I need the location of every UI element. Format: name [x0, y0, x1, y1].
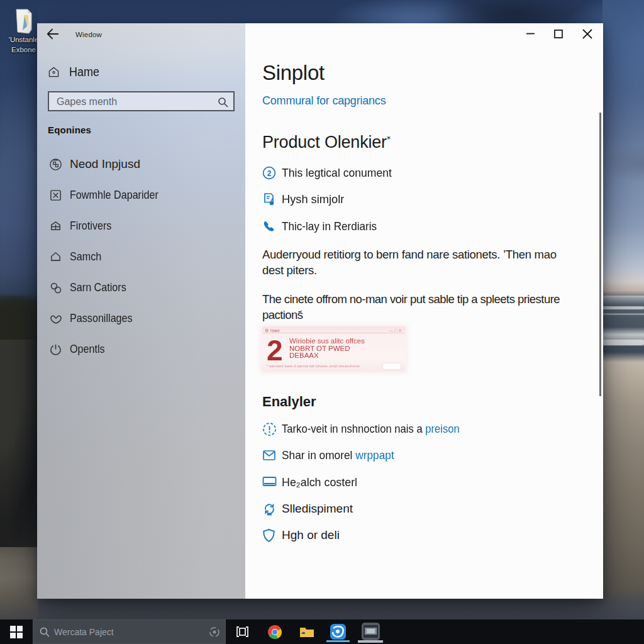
svg-text:2: 2: [267, 169, 272, 178]
